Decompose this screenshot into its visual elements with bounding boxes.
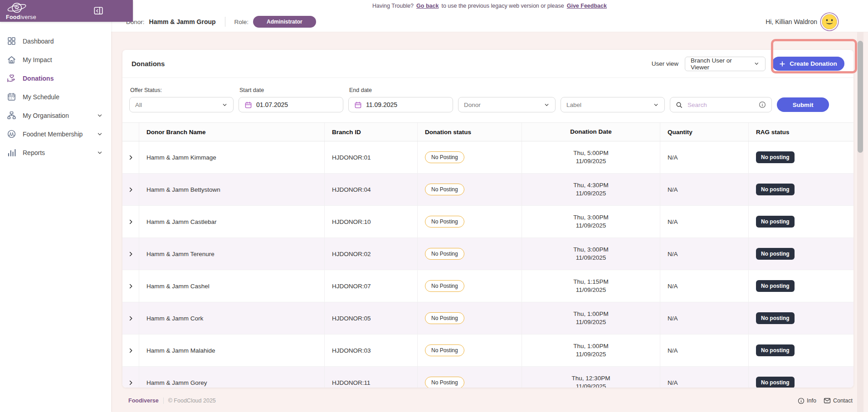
sidebar-nav: DashboardMy ImpactDonationsMy ScheduleMy… xyxy=(0,32,111,162)
donation-date: Thu, 3:00PM11/09/2025 xyxy=(522,206,660,238)
table-row: Hamm & Jamm CorkHJDONOR:05No PostingThu,… xyxy=(122,302,853,334)
panel-header: Donations User view Branch User or Viewe… xyxy=(122,50,853,78)
search-input[interactable] xyxy=(687,101,755,109)
row-expand-icon[interactable] xyxy=(127,283,134,290)
give-feedback-link[interactable]: Give Feedback xyxy=(567,3,607,9)
row-expand-icon[interactable] xyxy=(127,154,134,161)
row-expand-icon[interactable] xyxy=(127,315,134,322)
donor-branch-name: Hamm & Jamm Cashel xyxy=(139,270,324,302)
donor-branch-name: Hamm & Jamm Gorey xyxy=(139,367,324,388)
donation-status-badge: No Posting xyxy=(425,151,464,163)
banner-text-middle: to use the previous legacy web version o… xyxy=(441,3,564,9)
app-header: Foodiverse xyxy=(0,0,133,22)
donation-date: Thu, 1:15PM11/09/2025 xyxy=(522,270,660,302)
planet-logo-icon xyxy=(6,1,29,15)
info-icon[interactable] xyxy=(759,101,766,108)
sidebar-item-my-schedule[interactable]: My Schedule xyxy=(0,87,111,106)
table-row: Hamm & Jamm MalahideHJDONOR:03No Posting… xyxy=(122,334,853,366)
rag-status-badge: No posting xyxy=(756,344,795,356)
column-header: Branch ID xyxy=(324,123,417,141)
donation-status-badge: No Posting xyxy=(425,184,464,195)
chevron-down-icon xyxy=(653,102,659,108)
donor-select[interactable]: Donor xyxy=(458,97,556,112)
chevron-down-icon xyxy=(97,150,103,156)
user-view-select[interactable]: Branch User or Viewer xyxy=(685,57,766,71)
column-header: RAG status xyxy=(748,123,853,141)
app-root: Having Trouble? Go back to use the previ… xyxy=(0,0,868,412)
chevron-down-icon xyxy=(754,61,760,67)
row-expand-icon[interactable] xyxy=(127,186,134,193)
row-expand-icon[interactable] xyxy=(127,347,134,354)
donor-branch-name: Hamm & Jamm Terenure xyxy=(139,238,324,270)
mail-icon xyxy=(824,397,831,404)
sidebar-item-donations[interactable]: Donations xyxy=(0,69,111,87)
column-header: Quantity xyxy=(660,123,748,141)
row-expand-icon[interactable] xyxy=(127,379,134,386)
table-row: Hamm & Jamm GoreyHJDONOR:11No PostingThu… xyxy=(122,366,853,388)
donations-panel: Donations User view Branch User or Viewe… xyxy=(122,50,853,388)
submit-button[interactable]: Submit xyxy=(777,97,829,112)
sidebar-item-label: Reports xyxy=(23,149,45,156)
impact-icon xyxy=(7,55,16,64)
contact-link[interactable]: Contact xyxy=(824,397,853,404)
branch-id: HJDONOR:01 xyxy=(324,141,417,173)
sidebar-item-my-organisation[interactable]: My Organisation xyxy=(0,106,111,125)
chevron-down-icon xyxy=(222,102,228,108)
end-date-input[interactable]: 11.09.2025 xyxy=(348,97,453,112)
donation-status-badge: No Posting xyxy=(425,344,464,356)
quantity-value: N/A xyxy=(660,334,748,366)
rag-status-badge: No posting xyxy=(756,248,795,260)
offer-status-label: Offer Status: xyxy=(130,87,234,94)
table-row: Hamm & Jamm BettystownHJDONOR:04No Posti… xyxy=(122,173,853,205)
rag-status-badge: No posting xyxy=(756,216,795,228)
donations-icon xyxy=(7,73,16,83)
dashboard-icon xyxy=(7,36,16,46)
reports-icon xyxy=(7,148,16,157)
column-header: Donation Date xyxy=(522,123,660,141)
avatar[interactable] xyxy=(822,14,837,29)
table-row: Hamm & Jamm KimmageHJDONOR:01No PostingT… xyxy=(122,141,853,173)
donor-branch-name: Hamm & Jamm Malahide xyxy=(139,334,324,366)
info-link[interactable]: Info xyxy=(798,397,816,404)
offer-status-select[interactable]: All xyxy=(129,97,234,112)
sidebar-item-reports[interactable]: Reports xyxy=(0,143,111,162)
sidebar-item-foodnet-membership[interactable]: Foodnet Membership xyxy=(0,125,111,143)
end-date-label: End date xyxy=(349,87,453,94)
chevron-down-icon xyxy=(97,112,103,119)
donation-date: Thu, 1:00PM11/09/2025 xyxy=(522,334,660,366)
scrollbar-thumb[interactable] xyxy=(858,41,863,153)
create-donation-button[interactable]: Create Donation xyxy=(772,57,844,71)
rag-status-badge: No posting xyxy=(756,377,795,388)
branch-id: HJDONOR:05 xyxy=(324,302,417,334)
table-header-row: Donor Branch NameBranch IDDonation statu… xyxy=(122,122,853,141)
sidebar-collapse-icon[interactable] xyxy=(93,6,103,16)
branch-id: HJDONOR:02 xyxy=(324,238,417,270)
search-icon xyxy=(676,102,683,108)
donation-date: Thu, 12:30PM11/09/2025 xyxy=(522,367,660,388)
column-header: Donation status xyxy=(417,123,522,141)
row-expand-icon[interactable] xyxy=(127,218,134,225)
row-expand-icon[interactable] xyxy=(127,251,134,257)
branch-id: HJDONOR:10 xyxy=(324,206,417,238)
column-header: Donor Branch Name xyxy=(139,123,324,141)
legacy-banner: Having Trouble? Go back to use the previ… xyxy=(111,0,868,12)
foodiverse-logo: Foodiverse xyxy=(6,1,36,20)
go-back-link[interactable]: Go back xyxy=(416,3,439,9)
donation-date: Thu, 4:30PM11/09/2025 xyxy=(522,174,660,205)
table-row: Hamm & Jamm TerenureHJDONOR:02No Posting… xyxy=(122,238,853,270)
role-label: Role: xyxy=(234,19,249,25)
schedule-icon xyxy=(7,92,16,102)
sidebar-item-label: Foodnet Membership xyxy=(23,131,83,138)
start-date-input[interactable]: 01.07.2025 xyxy=(239,97,343,112)
divider xyxy=(225,17,225,27)
donation-status-badge: No Posting xyxy=(425,248,464,260)
branch-id: HJDONOR:03 xyxy=(324,334,417,366)
sidebar-item-dashboard[interactable]: Dashboard xyxy=(0,32,111,50)
sidebar-item-my-impact[interactable]: My Impact xyxy=(0,50,111,69)
donation-status-badge: No Posting xyxy=(425,312,464,324)
label-select[interactable]: Label xyxy=(561,97,665,112)
sidebar-item-label: My Organisation xyxy=(23,112,69,119)
filter-bar: Offer Status: All Start date 01.07.2025 … xyxy=(122,78,853,112)
donor-branch-name: Hamm & Jamm Bettystown xyxy=(139,174,324,205)
donor-branch-name: Hamm & Jamm Kimmage xyxy=(139,141,324,173)
